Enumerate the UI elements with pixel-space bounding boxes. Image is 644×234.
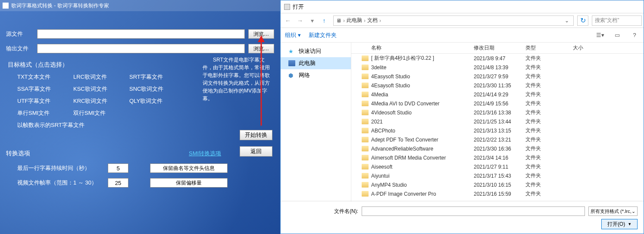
format-utf[interactable]: UTF字幕文件 [17,97,73,105]
col-type[interactable]: 类型 [525,44,573,52]
file-type: 文件夹 [525,91,573,98]
sidebar-item-quick-access[interactable]: ★ 快速访问 [281,45,351,57]
folder-icon [362,155,369,160]
chevron-right-icon: › [364,18,366,24]
file-date: 2021/3/30 11:35 [474,83,525,89]
file-filter-select[interactable]: 所有支持格式 (*.lrc, ⌄ [588,206,638,216]
titlebar[interactable]: 歌词字幕格式转换 - 歌词字幕转换制作专家 [0,0,280,11]
folder-icon [362,182,369,188]
folder-icon [362,173,369,179]
list-header: 名称 修改日期 类型 大小 [351,43,644,54]
format-smi-single[interactable]: 单行SMI文件 [17,109,73,117]
list-item[interactable]: AdvancedReliableSoftware2021/3/30 16:36文… [351,144,644,153]
list-item[interactable]: 3delite2021/4/8 13:39文件夹 [351,63,644,72]
nav-bar: ← → ▾ ↑ 🖥 › 此电脑 › 文档 › ⌄ ↻ 搜索"文档" [281,13,644,28]
new-folder-button[interactable]: 新建文件夹 [309,31,337,39]
list-item[interactable]: 4Media AVI to DVD Converter2021/4/9 15:5… [351,99,644,108]
format-qly[interactable]: QLY歌词文件 [129,97,185,105]
list-item[interactable]: [ 新华字典4秒1步检字0.22 ]2021/3/8 9:47文件夹 [351,54,644,63]
list-item[interactable]: 4Videosoft Studio2021/3/16 13:38文件夹 [351,108,644,117]
format-snc[interactable]: SNC歌词文件 [129,85,185,93]
chevron-down-icon[interactable]: ⌄ [563,18,571,24]
start-convert-button[interactable]: 开始转换 [240,130,272,140]
organize-menu[interactable]: 组织 ▾ [285,31,301,39]
view-options-icon[interactable]: ☰▾ [595,31,605,40]
file-date: 2021/4/14 9:29 [474,92,525,98]
filename-input[interactable] [362,206,585,216]
file-name: 4Esaysoft Studio [371,83,474,89]
breadcrumb-docs[interactable]: 文档 [367,17,378,24]
folder-icon [362,92,369,97]
file-date: 2021/1/27 9:11 [474,164,525,170]
open-button[interactable]: 打开(O) ▼ [601,219,638,229]
filename-label: 文件名(N): [334,208,358,215]
breadcrumb-pc[interactable]: 此电脑 [347,17,362,24]
tips-title: 小贴士： [203,46,274,53]
keep-header-button[interactable]: 保留曲名等文件头信息 [150,163,228,173]
list-item[interactable]: 4Media2021/4/14 9:29文件夹 [351,90,644,99]
list-item[interactable]: A-PDF Image Converter Pro2021/3/16 15:59… [351,189,644,198]
nav-recent-button[interactable]: ▾ [306,15,318,26]
file-type: 文件夹 [525,127,573,134]
format-smi-double[interactable]: 双行SMI文件 [73,109,129,117]
list-item[interactable]: 4Easysoft Studio2021/3/27 9:59文件夹 [351,72,644,81]
fps-label: 视频文件帧率（范围：1 ～ 30） [17,179,103,187]
breadcrumb[interactable]: 🖥 › 此电脑 › 文档 › ⌄ [333,15,574,26]
col-date[interactable]: 修改日期 [474,44,525,52]
folder-icon [362,146,369,151]
file-name: Aiseesoft [371,164,474,170]
smi-options-link[interactable]: SMI转换选项 [189,150,221,157]
col-name[interactable]: 名称 [371,44,474,52]
list-item[interactable]: Adept PDF To Text Converter2021/2/22 13:… [351,135,644,144]
nav-up-button[interactable]: ↑ [319,15,330,26]
format-srt[interactable]: SRT字幕文件 [129,73,185,81]
format-krc[interactable]: KRC歌词文件 [73,97,129,105]
format-lrc[interactable]: LRC歌词文件 [73,73,129,81]
folder-icon [362,65,369,70]
file-name: AnyMP4 Studio [371,182,474,188]
file-name: A-PDF Image Converter Pro [371,191,474,197]
list-item[interactable]: AnyMP4 Studio2021/3/10 16:15文件夹 [351,180,644,189]
folder-icon [362,74,369,79]
list-item[interactable]: Aimersoft DRM Media Converter2021/3/4 14… [351,153,644,162]
sidebar-item-this-pc[interactable]: 此电脑 [281,57,351,69]
file-type: 文件夹 [525,100,573,107]
folder-icon [362,83,369,88]
file-name: 4Media AVI to DVD Converter [371,101,474,107]
folder-icon [362,119,369,124]
dialog-titlebar[interactable]: 打开 [281,0,644,13]
nav-forward-button[interactable]: → [294,15,306,26]
folder-icon [362,55,369,61]
file-date: 2021/2/22 13:21 [474,137,525,143]
back-button[interactable]: 返回 [240,146,272,157]
source-file-input[interactable] [37,29,245,39]
format-ssa[interactable]: SSA字幕文件 [17,85,73,93]
format-srt-frames[interactable]: 以帧数表示的SRT字幕文件 [17,121,274,129]
preview-pane-icon[interactable]: ▭ [613,31,622,40]
list-item[interactable]: 4Esaysoft Studio2021/3/30 11:35文件夹 [351,81,644,90]
list-item[interactable]: ABCPhoto2021/3/13 13:15文件夹 [351,126,644,135]
col-size[interactable]: 大小 [573,44,599,52]
file-name: AdvancedReliableSoftware [371,146,474,152]
fps-input[interactable] [108,178,128,188]
format-ksc[interactable]: KSC歌词文件 [73,85,129,93]
list-item[interactable]: Aiseesoft2021/1/27 9:11文件夹 [351,162,644,171]
last-line-input[interactable] [108,163,128,173]
keep-offset-button[interactable]: 保留偏移量 [150,178,228,188]
star-icon: ★ [288,48,295,54]
folder-icon [362,164,369,169]
browse-source-button[interactable]: 浏览… [248,29,274,39]
sidebar-item-network[interactable]: ⬢ 网络 [281,69,351,81]
list-item[interactable]: 20212021/1/25 13:44文件夹 [351,117,644,126]
refresh-button[interactable]: ↻ [577,15,588,26]
search-input[interactable]: 搜索"文档" [592,15,642,26]
file-type: 文件夹 [525,136,573,143]
file-type: 文件夹 [525,109,573,116]
format-txt[interactable]: TXT文本文件 [17,73,73,81]
help-icon[interactable]: ? [630,31,639,40]
file-list: 名称 修改日期 类型 大小 [ 新华字典4秒1步检字0.22 ]2021/3/8… [351,43,644,202]
nav-back-button[interactable]: ← [282,15,294,26]
pc-icon: 🖥 [336,18,341,24]
list-item[interactable]: Aiyuntui2021/3/17 15:43文件夹 [351,171,644,180]
file-name: Aiyuntui [371,173,474,179]
